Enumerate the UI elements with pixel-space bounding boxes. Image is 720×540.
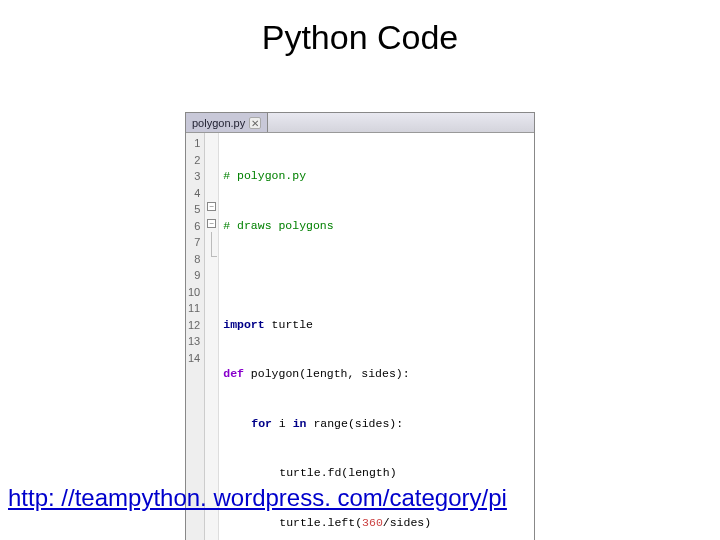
line-number: 12 — [188, 317, 200, 334]
fold-column: − − — [205, 133, 219, 540]
code-area[interactable]: # polygon.py # draws polygons import tur… — [219, 133, 534, 540]
code-body: 1 2 3 4 5 6 7 8 9 10 11 12 13 14 − − # p… — [186, 133, 534, 540]
line-number: 10 — [188, 284, 200, 301]
code-comment: # polygon.py — [223, 169, 306, 182]
line-gutter: 1 2 3 4 5 6 7 8 9 10 11 12 13 14 — [186, 133, 205, 540]
code-text: turtle.left( — [279, 516, 362, 529]
kw-for: for — [251, 417, 272, 430]
line-number: 11 — [188, 300, 200, 317]
code-editor: polygon.py ✕ 1 2 3 4 5 6 7 8 9 10 11 12 … — [185, 112, 535, 540]
tab-filename: polygon.py — [192, 117, 245, 129]
line-number: 8 — [188, 251, 200, 268]
line-number: 14 — [188, 350, 200, 367]
code-text: range(sides): — [307, 417, 404, 430]
code-text: turtle — [265, 318, 313, 331]
tab-bar: polygon.py ✕ — [186, 113, 534, 133]
line-number: 9 — [188, 267, 200, 284]
line-number: 5 — [188, 201, 200, 218]
code-text: i — [272, 417, 293, 430]
code-number: 360 — [362, 516, 383, 529]
code-blank — [223, 267, 530, 284]
line-number: 3 — [188, 168, 200, 185]
line-number: 1 — [188, 135, 200, 152]
code-text: /sides) — [383, 516, 431, 529]
line-number: 13 — [188, 333, 200, 350]
line-number: 7 — [188, 234, 200, 251]
line-number: 6 — [188, 218, 200, 235]
kw-def: def — [223, 367, 244, 380]
kw-import: import — [223, 318, 264, 331]
close-icon[interactable]: ✕ — [249, 117, 261, 129]
source-link[interactable]: http: //teampython. wordpress. com/categ… — [8, 484, 507, 512]
code-comment: # draws polygons — [223, 219, 333, 232]
slide-title: Python Code — [0, 18, 720, 57]
code-text: polygon(length, sides): — [244, 367, 410, 380]
line-number: 2 — [188, 152, 200, 169]
file-tab[interactable]: polygon.py ✕ — [186, 113, 268, 132]
line-number: 4 — [188, 185, 200, 202]
fold-icon[interactable]: − — [207, 219, 216, 228]
kw-in: in — [293, 417, 307, 430]
fold-icon[interactable]: − — [207, 202, 216, 211]
code-text: turtle.fd(length) — [279, 466, 396, 479]
